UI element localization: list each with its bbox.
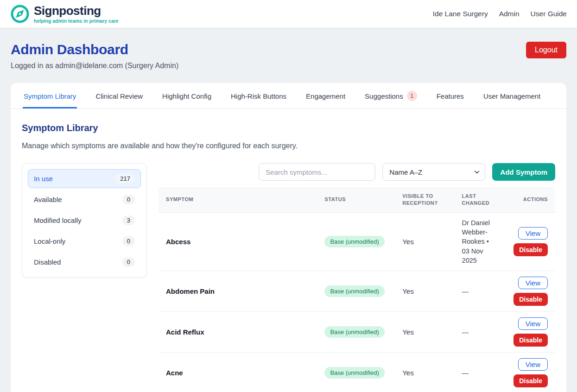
filter-count-badge: 0 — [122, 257, 135, 267]
table-header-row: SYMPTOM STATUS VISIBLE TO RECEPTION? LAS… — [159, 187, 555, 212]
filter-available[interactable]: Available 0 — [28, 190, 141, 209]
last-changed-value: — — [462, 369, 469, 377]
symptom-name: Acid Reflux — [166, 328, 204, 336]
visible-to-reception-value: Yes — [402, 328, 413, 336]
top-nav: Ide Lane Surgery Admin User Guide — [433, 10, 567, 18]
last-changed-value: — — [462, 329, 469, 336]
table-row: Acne Base (unmodified) Yes — View Disabl… — [159, 353, 555, 392]
sort-select[interactable]: Name A–Z — [382, 163, 485, 181]
top-header: Signposting helping admin teams in prima… — [0, 0, 577, 28]
tab-highlight-config[interactable]: Highlight Config — [161, 83, 212, 108]
filter-local-only[interactable]: Local-only 0 — [28, 232, 141, 251]
filter-count-badge: 0 — [122, 195, 135, 204]
filter-in-use[interactable]: In use 217 — [28, 169, 141, 188]
symptoms-table: SYMPTOM STATUS VISIBLE TO RECEPTION? LAS… — [159, 187, 555, 392]
logout-button[interactable]: Logout — [526, 42, 566, 58]
status-badge: Base (unmodified) — [324, 285, 385, 297]
filter-count-badge: 217 — [115, 174, 135, 183]
status-badge: Base (unmodified) — [324, 326, 385, 338]
main-card: Symptom Library Clinical Review Highligh… — [11, 83, 566, 392]
table-row: Abdomen Pain Base (unmodified) Yes — Vie… — [159, 271, 555, 312]
sort-select-wrap: Name A–Z — [382, 163, 485, 181]
view-button[interactable]: View — [518, 227, 548, 240]
filter-label: In use — [34, 175, 53, 183]
tab-clinical-review[interactable]: Clinical Review — [95, 83, 144, 108]
table-row: Acid Reflux Base (unmodified) Yes — View… — [159, 312, 555, 353]
disable-button[interactable]: Disable — [514, 243, 548, 256]
last-changed-value: — — [462, 288, 469, 295]
tab-bar: Symptom Library Clinical Review Highligh… — [11, 83, 566, 109]
search-input[interactable] — [259, 163, 375, 181]
symptom-name: Acne — [166, 369, 183, 377]
tab-symptom-library[interactable]: Symptom Library — [23, 83, 77, 108]
brand-logo[interactable]: Signposting helping admin teams in prima… — [10, 4, 119, 24]
tab-engagement[interactable]: Engagement — [305, 83, 346, 108]
logged-in-status: Logged in as admin@idelane.com (Surgery … — [11, 62, 178, 70]
filter-label: Disabled — [34, 258, 61, 266]
section-description: Manage which symptoms are available and … — [22, 142, 555, 150]
brand-tagline: helping admin teams in primary care — [34, 18, 119, 24]
compass-icon — [10, 4, 30, 24]
tab-high-risk-buttons[interactable]: High-Risk Buttons — [230, 83, 287, 108]
symptom-list-panel: Name A–Z Add Symptom — [159, 163, 555, 392]
visible-to-reception-value: Yes — [402, 238, 413, 246]
disable-button[interactable]: Disable — [514, 374, 548, 387]
view-button[interactable]: View — [518, 317, 548, 330]
table-row: Abcess Base (unmodified) Yes Dr Daniel W… — [159, 212, 555, 271]
disable-button[interactable]: Disable — [514, 334, 548, 347]
symptom-name: Abdomen Pain — [166, 287, 215, 295]
filter-label: Local-only — [34, 237, 65, 245]
filter-sidebar: In use 217 Available 0 Modified locally … — [22, 163, 147, 278]
page-title: Admin Dashboard — [11, 42, 178, 57]
column-header-last-changed: LAST CHANGED — [455, 187, 506, 212]
add-symptom-button[interactable]: Add Symptom — [492, 163, 555, 181]
filter-disabled[interactable]: Disabled 0 — [28, 253, 141, 272]
nav-link-user-guide[interactable]: User Guide — [531, 10, 567, 18]
symptom-library-section: Symptom Library Manage which symptoms ar… — [11, 109, 566, 392]
symptom-name: Abcess — [166, 238, 190, 246]
filter-count-badge: 3 — [122, 215, 135, 225]
tab-suggestions[interactable]: Suggestions 1 — [364, 83, 418, 108]
disable-button[interactable]: Disable — [514, 293, 548, 306]
visible-to-reception-value: Yes — [402, 369, 413, 377]
suggestions-count-badge: 1 — [407, 91, 417, 101]
nav-link-surgery[interactable]: Ide Lane Surgery — [433, 10, 488, 18]
nav-link-admin[interactable]: Admin — [499, 10, 520, 18]
column-header-status: STATUS — [317, 187, 395, 212]
last-changed-value: Dr Daniel Webber-Rookes • 03 Nov 2025 — [462, 219, 490, 264]
column-header-symptom: SYMPTOM — [159, 187, 317, 212]
status-badge: Base (unmodified) — [324, 236, 385, 247]
status-badge: Base (unmodified) — [324, 367, 385, 379]
column-header-actions: ACTIONS — [505, 187, 555, 212]
tab-user-management[interactable]: User Management — [482, 83, 541, 108]
section-title: Symptom Library — [22, 123, 555, 133]
filter-count-badge: 0 — [122, 236, 135, 246]
page-header: Admin Dashboard Logged in as admin@idela… — [11, 42, 566, 70]
visible-to-reception-value: Yes — [402, 287, 413, 295]
filter-modified-locally[interactable]: Modified locally 3 — [28, 211, 141, 230]
list-toolbar: Name A–Z Add Symptom — [159, 163, 555, 181]
tab-features[interactable]: Features — [436, 83, 465, 108]
view-button[interactable]: View — [518, 277, 548, 289]
filter-label: Available — [34, 196, 62, 203]
column-header-visible: VISIBLE TO RECEPTION? — [395, 187, 454, 212]
filter-label: Modified locally — [34, 216, 82, 224]
brand-name: Signposting — [34, 5, 119, 17]
view-button[interactable]: View — [518, 358, 548, 371]
